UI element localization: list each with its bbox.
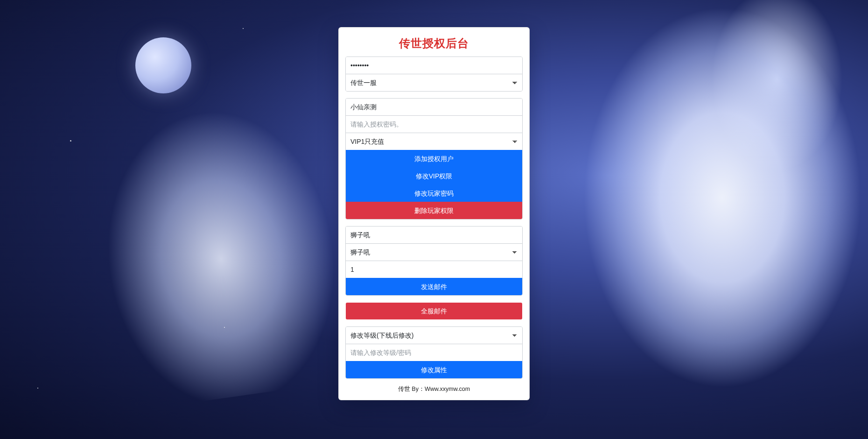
player-name-input[interactable] — [346, 99, 522, 115]
background-shape-right — [504, 0, 868, 439]
background-star-icon — [70, 140, 71, 142]
item-name-input[interactable] — [346, 227, 522, 243]
background-star-icon — [243, 28, 244, 29]
admin-password-input[interactable] — [346, 57, 522, 74]
panel-title: 传世授权后台 — [345, 36, 523, 51]
modify-attr-select[interactable]: 修改等级(下线后修改) — [346, 327, 522, 344]
send-mail-button[interactable]: 发送邮件 — [346, 278, 522, 295]
footer-credit: 传世 By：Www.xxymw.com — [345, 385, 523, 393]
global-mail-button[interactable]: 全服邮件 — [346, 303, 522, 319]
add-auth-user-button[interactable]: 添加授权用户 — [346, 150, 522, 167]
change-player-password-button[interactable]: 修改玩家密码 — [346, 184, 522, 202]
mail-group: 狮子吼 发送邮件 — [345, 226, 523, 296]
modify-attr-input[interactable] — [346, 344, 522, 361]
auth-password-input[interactable] — [346, 115, 522, 133]
modify-attr-button[interactable]: 修改属性 — [346, 361, 522, 378]
item-select[interactable]: 狮子吼 — [346, 243, 522, 261]
user-auth-group: VIP1只充值 添加授权用户 修改VIP权限 修改玩家密码 删除玩家权限 — [345, 98, 523, 220]
auth-panel: 传世授权后台 传世一服 VIP1只充值 添加授权用户 修改VIP权限 修改玩家密… — [338, 27, 530, 400]
server-select[interactable]: 传世一服 — [346, 74, 522, 91]
delete-player-permission-button[interactable]: 删除玩家权限 — [346, 202, 522, 219]
background-shape-left — [15, 37, 359, 421]
background-star-icon — [224, 327, 225, 328]
global-mail-group: 全服邮件 — [345, 302, 523, 320]
background-moon-icon — [135, 37, 191, 93]
modify-attr-group: 修改等级(下线后修改) 修改属性 — [345, 326, 523, 379]
login-group: 传世一服 — [345, 57, 523, 92]
item-quantity-input[interactable] — [346, 261, 522, 278]
vip-level-select[interactable]: VIP1只充值 — [346, 133, 522, 150]
modify-vip-button[interactable]: 修改VIP权限 — [346, 167, 522, 184]
background-star-icon — [37, 388, 38, 389]
